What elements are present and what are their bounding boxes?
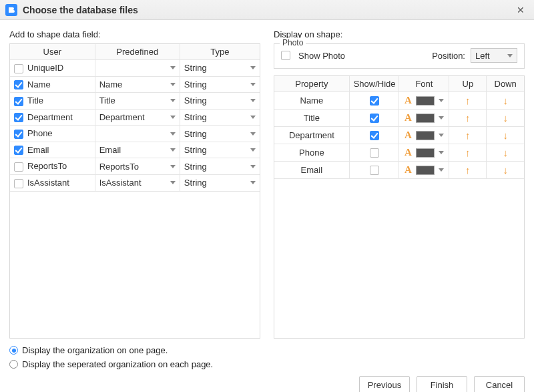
showhide-cell[interactable] xyxy=(349,110,399,127)
predefined-cell[interactable] xyxy=(95,60,180,77)
font-color-swatch[interactable] xyxy=(416,148,435,158)
cancel-button[interactable]: Cancel xyxy=(474,376,525,392)
field-checkbox[interactable] xyxy=(14,130,23,139)
predefined-cell[interactable] xyxy=(95,126,180,142)
font-color-swatch[interactable] xyxy=(416,96,435,106)
previous-button[interactable]: Previous xyxy=(359,376,410,392)
show-photo-checkbox[interactable] xyxy=(281,51,290,60)
showhide-cell[interactable] xyxy=(349,92,399,110)
showhide-checkbox[interactable] xyxy=(370,131,379,140)
user-cell[interactable]: Title xyxy=(10,93,95,110)
showhide-cell[interactable] xyxy=(349,162,399,179)
table-row: DepartmentDepartmentString xyxy=(10,109,260,126)
field-checkbox[interactable] xyxy=(14,80,23,89)
predefined-cell[interactable]: Title xyxy=(95,93,180,110)
font-cell[interactable]: A xyxy=(399,127,449,144)
showhide-checkbox[interactable] xyxy=(370,114,379,123)
footer: Display the organization on one page. Di… xyxy=(0,339,534,392)
up-cell[interactable]: ↑ xyxy=(449,110,487,127)
table-row: DepartmentA↑↓ xyxy=(274,127,524,144)
property-name: Name xyxy=(274,92,349,110)
up-cell[interactable]: ↑ xyxy=(449,92,487,110)
predefined-value: Department xyxy=(99,112,145,122)
user-cell[interactable]: Phone xyxy=(10,126,95,142)
user-cell[interactable]: IsAssistant xyxy=(10,174,95,191)
table-row: ReportsToReportsToString xyxy=(10,158,260,175)
up-cell[interactable]: ↑ xyxy=(449,162,487,179)
type-cell[interactable]: String xyxy=(180,142,260,158)
user-cell[interactable]: Name xyxy=(10,76,95,93)
chevron-down-icon xyxy=(439,134,444,137)
predefined-cell[interactable]: ReportsTo xyxy=(95,158,180,175)
type-cell[interactable]: String xyxy=(180,60,260,77)
font-cell[interactable]: A xyxy=(399,162,449,179)
font-cell[interactable]: A xyxy=(399,110,449,127)
radio-one-page[interactable]: Display the organization on one page. xyxy=(9,345,525,355)
field-checkbox[interactable] xyxy=(14,162,23,172)
radio-each-page-dot[interactable] xyxy=(9,360,18,369)
photo-fieldset: Photo Show Photo Position: Left xyxy=(274,43,525,69)
up-cell[interactable]: ↑ xyxy=(449,127,487,144)
chevron-down-icon xyxy=(170,116,176,119)
col-up: Up xyxy=(449,76,487,92)
predefined-cell[interactable]: Name xyxy=(95,76,180,93)
field-checkbox[interactable] xyxy=(14,97,23,106)
font-cell[interactable]: A xyxy=(399,144,449,162)
close-icon[interactable]: ✕ xyxy=(513,5,529,15)
radio-each-page[interactable]: Display the seperated organization on ea… xyxy=(9,359,525,369)
user-cell[interactable]: UniqueID xyxy=(10,60,95,77)
chevron-down-icon xyxy=(250,181,256,184)
col-showhide: Show/Hide xyxy=(349,76,399,92)
type-cell[interactable]: String xyxy=(180,158,260,175)
font-a-icon: A xyxy=(405,130,412,141)
predefined-cell[interactable]: Email xyxy=(95,142,180,158)
type-cell[interactable]: String xyxy=(180,126,260,142)
radio-one-page-label: Display the organization on one page. xyxy=(22,345,168,355)
predefined-cell[interactable]: IsAssistant xyxy=(95,174,180,191)
right-title: Display on shape: xyxy=(274,29,525,39)
font-color-swatch[interactable] xyxy=(416,131,435,140)
user-cell[interactable]: Email xyxy=(10,142,95,158)
table-row: IsAssistantIsAssistantString xyxy=(10,174,260,191)
field-checkbox[interactable] xyxy=(14,179,23,188)
col-font: Font xyxy=(399,76,449,92)
predefined-cell[interactable]: Department xyxy=(95,109,180,126)
type-cell[interactable]: String xyxy=(180,109,260,126)
user-name: Name xyxy=(27,79,51,89)
field-checkbox[interactable] xyxy=(14,64,23,73)
show-photo-text: Show Photo xyxy=(298,51,345,61)
type-value: String xyxy=(184,178,207,188)
radio-one-page-dot[interactable] xyxy=(9,346,18,355)
showhide-checkbox[interactable] xyxy=(370,166,379,175)
field-checkbox[interactable] xyxy=(14,113,23,122)
type-cell[interactable]: String xyxy=(180,174,260,191)
position-select[interactable]: Left xyxy=(471,48,517,63)
field-checkbox[interactable] xyxy=(14,146,23,155)
chevron-down-icon xyxy=(439,151,444,154)
showhide-cell[interactable] xyxy=(349,144,399,162)
font-color-swatch[interactable] xyxy=(416,114,435,123)
showhide-cell[interactable] xyxy=(349,127,399,144)
down-cell[interactable]: ↓ xyxy=(487,92,524,110)
show-photo-label[interactable]: Show Photo xyxy=(281,51,345,61)
showhide-checkbox[interactable] xyxy=(370,148,379,158)
down-cell[interactable]: ↓ xyxy=(487,127,524,144)
arrow-up-icon: ↑ xyxy=(465,164,471,176)
down-cell[interactable]: ↓ xyxy=(487,110,524,127)
font-color-swatch[interactable] xyxy=(416,166,435,175)
user-cell[interactable]: Department xyxy=(10,109,95,126)
up-cell[interactable]: ↑ xyxy=(449,144,487,162)
type-cell[interactable]: String xyxy=(180,93,260,110)
table-row: EmailA↑↓ xyxy=(274,162,524,179)
property-name: Email xyxy=(274,162,349,179)
table-row: TitleA↑↓ xyxy=(274,110,524,127)
user-cell[interactable]: ReportsTo xyxy=(10,158,95,175)
showhide-checkbox[interactable] xyxy=(370,96,379,106)
type-cell[interactable]: String xyxy=(180,76,260,93)
finish-button[interactable]: Finish xyxy=(417,376,467,392)
down-cell[interactable]: ↓ xyxy=(487,162,524,179)
properties-grid: Property Show/Hide Font Up Down NameA↑↓T… xyxy=(274,75,525,339)
arrow-down-icon: ↓ xyxy=(503,112,508,124)
font-cell[interactable]: A xyxy=(399,92,449,110)
down-cell[interactable]: ↓ xyxy=(487,144,524,162)
